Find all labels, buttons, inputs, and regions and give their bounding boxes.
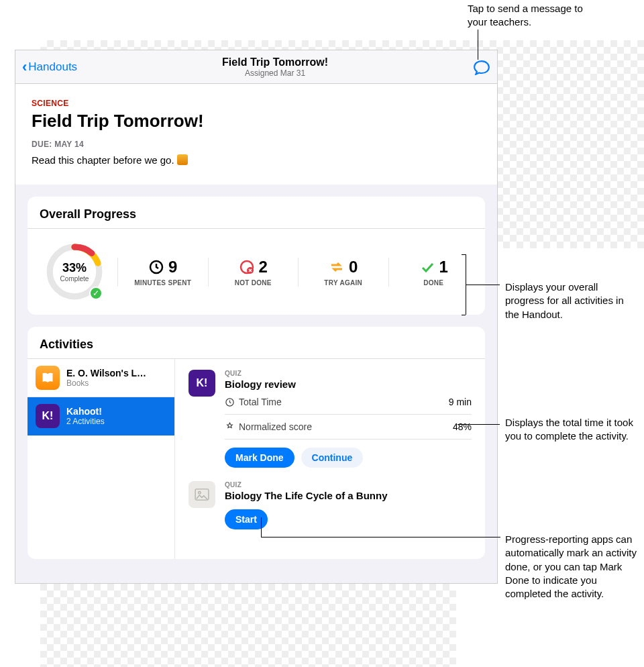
activity-name: E. O. Wilson's L… <box>66 368 146 378</box>
chevron-left-icon: ‹ <box>22 58 27 76</box>
minutes-label: MINUTES SPENT <box>121 279 205 287</box>
tryagain-icon <box>329 259 345 275</box>
progress-ring: 33% Complete ✓ <box>44 241 105 303</box>
kahoot-thumb-icon: K! <box>189 370 215 397</box>
nav-title: Field Trip Tomorrow! <box>77 56 473 68</box>
tryagain-label: TRY AGAIN <box>301 279 386 287</box>
progress-percent: 33% <box>62 261 87 275</box>
done-icon <box>419 259 435 275</box>
content-area: Overall Progress 33% Complete ✓ <box>15 185 497 583</box>
score-row: Normalized score 48% <box>225 415 472 440</box>
progress-header: Overall Progress <box>28 197 485 228</box>
total-time-value: 9 min <box>449 397 472 407</box>
nav-title-block: Field Trip Tomorrow! Assigned Mar 31 <box>77 56 473 78</box>
notdone-value: 2 <box>259 258 268 276</box>
progress-row: 33% Complete ✓ 9 MINUTES SPENT <box>28 229 485 315</box>
handout-description: Read this chapter before we go. <box>32 154 481 166</box>
activities-detail: K! QUIZ Biology review Total Time 9 min <box>175 359 485 559</box>
quiz-title: Biology The Life Cycle of a Bunny <box>225 490 472 501</box>
score-value: 48% <box>453 421 472 432</box>
minutes-value: 9 <box>168 258 177 276</box>
total-time-label: Total Time <box>239 397 282 407</box>
notdone-icon <box>239 259 255 275</box>
navbar: ‹ Handouts Field Trip Tomorrow! Assigned… <box>15 50 497 84</box>
handout-details: SCIENCE Field Trip Tomorrow! DUE: MAY 14… <box>15 84 497 185</box>
notdone-label: NOT DONE <box>211 279 296 287</box>
due-date: DUE: MAY 14 <box>32 140 481 149</box>
callout-mark: Progress-reporting apps can automaticall… <box>505 533 639 601</box>
done-value: 1 <box>439 258 448 276</box>
stat-notdone: 2 NOT DONE <box>208 258 299 287</box>
activities-header: Activities <box>28 327 485 358</box>
tiger-emoji-icon <box>177 154 188 165</box>
continue-button[interactable]: Continue <box>301 448 364 468</box>
activities-card: Activities E. O. Wilson's L… Books K! <box>28 327 485 559</box>
mark-done-button[interactable]: Mark Done <box>225 448 294 468</box>
clock-icon <box>148 259 164 275</box>
quiz-tag: QUIZ <box>225 370 472 377</box>
callout-time: Displays the total time it took you to c… <box>505 416 639 444</box>
progress-complete-label: Complete <box>60 275 89 283</box>
stat-done: 1 DONE <box>388 258 479 287</box>
kahoot-app-icon: K! <box>36 404 60 428</box>
handout-title: Field Trip Tomorrow! <box>32 111 481 132</box>
quiz-title: Biology review <box>225 378 472 390</box>
message-icon[interactable] <box>473 60 490 74</box>
app-window: ‹ Handouts Field Trip Tomorrow! Assigned… <box>15 50 498 584</box>
activity-name: Kahoot! <box>66 406 105 417</box>
stat-tryagain: 0 TRY AGAIN <box>298 258 388 287</box>
quiz-bunny-lifecycle: QUIZ Biology The Life Cycle of a Bunny S… <box>189 481 472 529</box>
progress-card: Overall Progress 33% Complete ✓ <box>28 197 485 315</box>
done-label: DONE <box>392 279 476 287</box>
svg-point-6 <box>199 492 201 495</box>
nav-subtitle: Assigned Mar 31 <box>77 68 473 78</box>
tryagain-value: 0 <box>349 258 358 276</box>
quiz-tag: QUIZ <box>225 481 472 489</box>
stat-minutes: 9 MINUTES SPENT <box>117 258 208 287</box>
subject-label: SCIENCE <box>32 99 481 108</box>
activity-item-books[interactable]: E. O. Wilson's L… Books <box>28 359 174 397</box>
activity-sub: Books <box>66 378 146 388</box>
score-label: Normalized score <box>239 421 312 432</box>
callout-message: Tap to send a message to your teachers. <box>468 2 602 30</box>
back-button[interactable]: ‹ Handouts <box>22 58 77 76</box>
back-label: Handouts <box>28 60 77 74</box>
total-time-row: Total Time 9 min <box>225 390 472 415</box>
image-placeholder-icon <box>189 481 215 508</box>
books-app-icon <box>36 366 60 390</box>
activity-sub: 2 Activities <box>66 417 105 426</box>
callout-progress: Displays your overall progress for all a… <box>505 280 639 321</box>
activities-list: E. O. Wilson's L… Books K! Kahoot! 2 Act… <box>28 359 175 559</box>
quiz-biology-review: K! QUIZ Biology review Total Time 9 min <box>189 370 472 468</box>
check-icon: ✓ <box>89 287 103 300</box>
activity-item-kahoot[interactable]: K! Kahoot! 2 Activities <box>28 397 174 435</box>
